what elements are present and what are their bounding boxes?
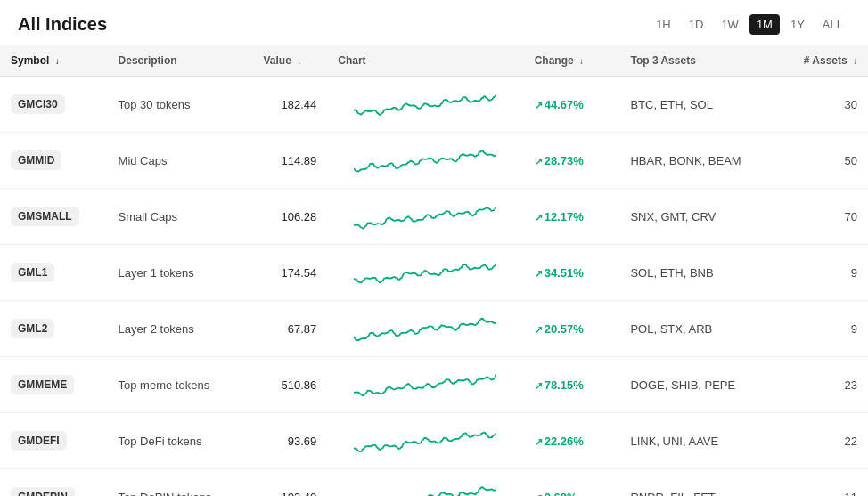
col-symbol[interactable]: Symbol ↓ (0, 45, 108, 77)
col-chart: Chart (327, 45, 523, 77)
row-chart (327, 469, 523, 497)
col-assets[interactable]: # Assets ↓ (778, 45, 868, 77)
symbol-badge: GMSMALL (11, 207, 79, 226)
row-change: ↗20.57% (524, 301, 620, 357)
time-filter-1w[interactable]: 1W (714, 14, 746, 35)
up-arrow-icon: ↗ (535, 156, 543, 167)
row-description: Top DePIN tokens (108, 469, 253, 497)
row-top3-assets: HBAR, BONK, BEAM (619, 133, 778, 189)
table-row[interactable]: GMDEFITop DeFi tokens93.69↗22.26%LINK, U… (0, 413, 868, 469)
symbol-badge: GMMEME (11, 375, 74, 394)
up-arrow-icon: ↗ (535, 268, 543, 279)
symbol-badge: GMMID (11, 150, 61, 170)
up-arrow-icon: ↗ (535, 212, 543, 223)
time-filter-1y[interactable]: 1Y (783, 14, 812, 35)
row-change: ↗28.73% (524, 133, 620, 189)
row-change: ↗44.67% (524, 77, 620, 133)
up-arrow-icon: ↗ (535, 324, 543, 335)
table-wrapper[interactable]: Symbol ↓ Description Value ↓ Chart Chang… (0, 45, 868, 496)
row-chart (327, 413, 523, 469)
symbol-badge: GML1 (11, 263, 54, 282)
table-row[interactable]: GMMEMETop meme tokens510.86↗78.15%DOGE, … (0, 357, 868, 413)
main-container: All Indices 1H1D1W1M1YALL Symbol ↓ Descr… (0, 0, 868, 496)
time-filter-group: 1H1D1W1M1YALL (649, 14, 850, 35)
row-top3-assets: BTC, ETH, SOL (619, 77, 778, 133)
row-change: ↗9.68% (524, 469, 620, 497)
up-arrow-icon: ↗ (535, 436, 543, 447)
table-row[interactable]: GMDEPINTop DePIN tokens103.40↗9.68%RNDR,… (0, 469, 868, 497)
row-change: ↗22.26% (524, 413, 620, 469)
time-filter-1m[interactable]: 1M (749, 14, 780, 35)
row-num-assets: 9 (778, 301, 868, 357)
up-arrow-icon: ↗ (535, 492, 543, 497)
row-value: 67.87 (252, 301, 327, 357)
row-chart (327, 77, 523, 133)
row-chart (327, 301, 523, 357)
row-top3-assets: SOL, ETH, BNB (619, 245, 778, 301)
row-change: ↗78.15% (524, 357, 620, 413)
row-top3-assets: POL, STX, ARB (619, 301, 778, 357)
time-filter-1h[interactable]: 1H (649, 14, 678, 35)
row-chart (327, 245, 523, 301)
table-row[interactable]: GML1Layer 1 tokens174.54↗34.51%SOL, ETH,… (0, 245, 868, 301)
symbol-badge: GML2 (11, 319, 54, 338)
row-num-assets: 9 (778, 245, 868, 301)
row-num-assets: 50 (778, 133, 868, 189)
col-change[interactable]: Change ↓ (524, 45, 620, 77)
row-num-assets: 70 (778, 189, 868, 245)
symbol-badge: GMDEFI (11, 431, 67, 451)
row-value: 114.89 (252, 133, 327, 189)
up-arrow-icon: ↗ (535, 100, 543, 110)
table-row[interactable]: GMCI30Top 30 tokens182.44↗44.67%BTC, ETH… (0, 77, 868, 133)
row-description: Mid Caps (108, 133, 253, 189)
symbol-badge: GMCI30 (11, 94, 65, 114)
row-value: 93.69 (252, 413, 327, 469)
row-value: 106.28 (252, 189, 327, 245)
row-description: Layer 2 tokens (108, 301, 253, 357)
page-header: All Indices 1H1D1W1M1YALL (0, 14, 868, 45)
row-description: Top 30 tokens (108, 77, 253, 133)
col-top3: Top 3 Assets (619, 45, 778, 77)
col-description: Description (108, 45, 253, 77)
time-filter-1d[interactable]: 1D (682, 14, 711, 35)
table-row[interactable]: GMSMALLSmall Caps106.28↗12.17%SNX, GMT, … (0, 189, 868, 245)
row-value: 174.54 (252, 245, 327, 301)
row-description: Top DeFi tokens (108, 413, 253, 469)
row-value: 103.40 (252, 469, 327, 497)
time-filter-all[interactable]: ALL (815, 14, 850, 35)
row-num-assets: 23 (778, 357, 868, 413)
table-row[interactable]: GML2Layer 2 tokens67.87↗20.57%POL, STX, … (0, 301, 868, 357)
row-num-assets: 30 (778, 77, 868, 133)
row-chart (327, 357, 523, 413)
row-description: Small Caps (108, 189, 253, 245)
row-chart (327, 189, 523, 245)
row-value: 510.86 (252, 357, 327, 413)
row-description: Layer 1 tokens (108, 245, 253, 301)
up-arrow-icon: ↗ (535, 380, 543, 391)
page-title: All Indices (18, 14, 107, 35)
table-header-row: Symbol ↓ Description Value ↓ Chart Chang… (0, 45, 868, 77)
row-change: ↗34.51% (524, 245, 620, 301)
row-top3-assets: DOGE, SHIB, PEPE (619, 357, 778, 413)
row-value: 182.44 (252, 77, 327, 133)
col-value[interactable]: Value ↓ (252, 45, 327, 77)
row-top3-assets: SNX, GMT, CRV (619, 189, 778, 245)
row-top3-assets: RNDR, FIL, FET (619, 469, 778, 497)
table-row[interactable]: GMMIDMid Caps114.89↗28.73%HBAR, BONK, BE… (0, 133, 868, 189)
row-top3-assets: LINK, UNI, AAVE (619, 413, 778, 469)
row-num-assets: 22 (778, 413, 868, 469)
row-chart (327, 133, 523, 189)
indices-table: Symbol ↓ Description Value ↓ Chart Chang… (0, 45, 868, 496)
row-change: ↗12.17% (524, 189, 620, 245)
row-num-assets: 11 (778, 469, 868, 497)
row-description: Top meme tokens (108, 357, 253, 413)
symbol-badge: GMDEPIN (11, 487, 75, 496)
